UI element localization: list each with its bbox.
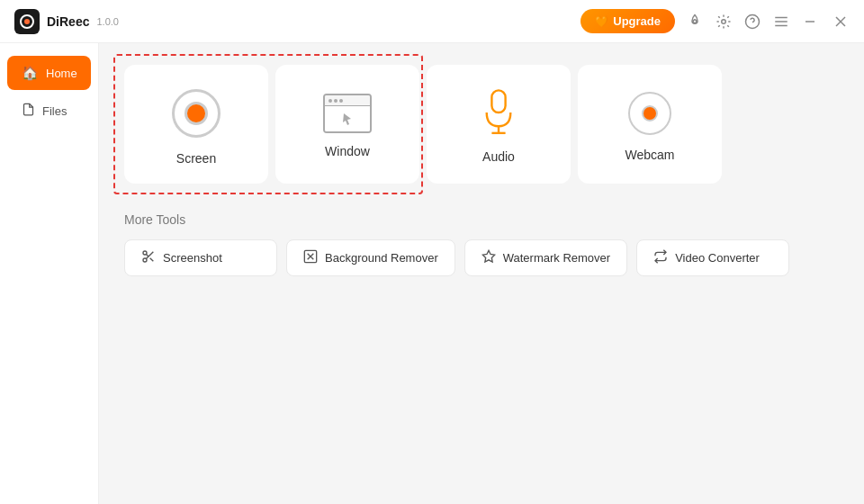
home-icon: 🏠: [22, 65, 39, 81]
svg-line-15: [146, 254, 148, 256]
main-layout: 🏠 Home Files: [0, 43, 864, 504]
window-card-label: Window: [325, 144, 370, 158]
title-bar: DiReec 1.0.0 🧡 Upgrade: [0, 0, 864, 43]
more-tools-title: More Tools: [124, 212, 839, 227]
screen-card[interactable]: Screen: [124, 65, 268, 184]
screen-circle-outer: [172, 89, 220, 138]
heart-icon: 🧡: [595, 15, 608, 28]
screen-card-icon: [169, 86, 223, 140]
window-dot-2: [334, 99, 338, 103]
watermark-icon: [482, 249, 496, 266]
webcam-circle-inner: [642, 105, 658, 122]
webcam-circle-outer: [628, 92, 671, 135]
sidebar-item-files[interactable]: Files: [7, 94, 91, 128]
files-icon: [22, 103, 35, 119]
screen-circle-inner: [184, 102, 208, 125]
content-area: Screen: [99, 43, 864, 504]
sidebar: 🏠 Home Files: [0, 43, 99, 504]
window-body: [325, 106, 370, 131]
window-icon-frame: [323, 94, 372, 133]
mic-svg: [482, 87, 516, 140]
fire-icon[interactable]: [686, 13, 704, 31]
window-card[interactable]: Window: [275, 65, 419, 184]
svg-point-0: [722, 19, 726, 23]
svg-marker-17: [482, 250, 494, 262]
screen-card-label: Screen: [176, 151, 216, 166]
audio-card-label: Audio: [482, 149, 515, 164]
logo-icon: [20, 14, 34, 29]
cursor-icon: [340, 112, 355, 126]
tools-grid: Screenshot Background Remover: [124, 239, 839, 276]
menu-icon[interactable]: [772, 13, 790, 31]
bg-remover-tool[interactable]: Background Remover: [286, 239, 455, 276]
webcam-card-label: Webcam: [626, 148, 675, 162]
webcam-card-icon: [625, 90, 675, 137]
sidebar-files-label: Files: [42, 104, 67, 118]
watermark-remover-label: Watermark Remover: [503, 251, 610, 265]
sidebar-item-home[interactable]: 🏠 Home: [7, 56, 91, 90]
bg-remover-label: Background Remover: [325, 251, 438, 265]
settings-icon[interactable]: [715, 13, 733, 31]
help-icon[interactable]: [743, 13, 761, 31]
app-branding: DiReec 1.0.0: [14, 9, 119, 34]
svg-point-11: [143, 251, 147, 255]
main-cards-row: Screen: [124, 65, 839, 184]
video-converter-tool[interactable]: Video Converter: [636, 239, 789, 276]
title-bar-actions: 🧡 Upgrade: [580, 9, 850, 33]
video-converter-label: Video Converter: [675, 251, 760, 265]
upgrade-button[interactable]: 🧡 Upgrade: [580, 9, 675, 33]
scissors-icon: [141, 249, 156, 266]
app-logo: [14, 9, 40, 34]
bg-remover-icon: [303, 249, 318, 266]
app-name: DiReec: [47, 14, 89, 29]
svg-point-12: [143, 258, 147, 262]
minimize-button[interactable]: [801, 13, 819, 31]
audio-card-icon: [482, 88, 516, 139]
webcam-card[interactable]: Webcam: [578, 65, 722, 184]
svg-rect-8: [491, 90, 505, 112]
window-dot-1: [328, 99, 332, 103]
close-button[interactable]: [832, 13, 850, 31]
screenshot-tool[interactable]: Screenshot: [124, 239, 277, 276]
sidebar-home-label: Home: [46, 67, 77, 80]
convert-icon: [653, 249, 668, 266]
screenshot-label: Screenshot: [163, 251, 222, 265]
audio-card[interactable]: Audio: [427, 65, 571, 184]
app-version: 1.0.0: [96, 16, 118, 27]
svg-line-14: [150, 258, 154, 262]
window-controls: [801, 13, 850, 31]
window-topbar: [325, 95, 370, 106]
window-dot-3: [339, 99, 343, 103]
window-card-icon: [323, 94, 372, 133]
watermark-remover-tool[interactable]: Watermark Remover: [464, 239, 627, 276]
